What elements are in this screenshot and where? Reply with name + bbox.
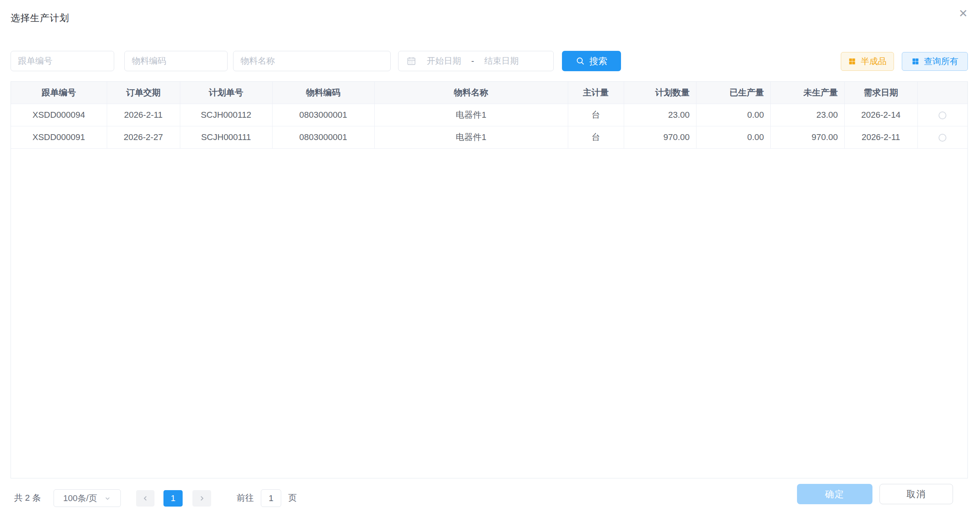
pagination-bar: 共 2 条 100条/页 1 前往 页 [11,489,480,507]
table-cell: 2026-2-11 [107,104,180,126]
table-cell: SCJH000112 [180,104,272,126]
column-header: 物料编码 [272,82,374,104]
goto-label: 前往 [237,489,254,507]
table-cell: 23.00 [770,104,844,126]
column-header: 计划单号 [180,82,272,104]
dialog-title: 选择生产计划 [11,12,69,24]
table-cell: 0.00 [696,126,770,148]
column-header: 需求日期 [844,82,917,104]
goto-page-input[interactable] [261,489,281,507]
chevron-left-icon [142,494,149,502]
filter-bar: 开始日期 - 结束日期 搜索 半成品 [11,51,969,72]
date-range-input[interactable]: 开始日期 - 结束日期 [398,51,554,71]
close-icon: ✕ [958,7,967,20]
table-header-row: 跟单编号订单交期计划单号物料编码物料名称主计量计划数量已生产量未生产量需求日期 [11,82,967,104]
column-header: 物料名称 [374,82,568,104]
search-button[interactable]: 搜索 [562,51,621,71]
table-cell: 970.00 [624,126,696,148]
material-code-input[interactable] [124,51,228,71]
table-cell: XSDD000091 [11,126,107,148]
material-name-input[interactable] [233,51,391,71]
chevron-down-icon [104,495,111,502]
column-header: 未生产量 [770,82,844,104]
total-count: 共 2 条 [14,489,41,507]
table-cell: 23.00 [624,104,696,126]
plan-table: 跟单编号订单交期计划单号物料编码物料名称主计量计划数量已生产量未生产量需求日期X… [11,82,967,149]
column-header: 订单交期 [107,82,180,104]
goto-unit-label: 页 [288,489,297,507]
column-header: 已生产量 [696,82,770,104]
table-cell: 2026-2-11 [844,126,917,148]
row-select-cell [917,126,967,148]
query-all-button[interactable]: 查询所有 [902,52,968,71]
table-cell: XSDD000094 [11,104,107,126]
table-cell: 台 [568,126,624,148]
table-cell: 970.00 [770,126,844,148]
row-select-radio[interactable] [939,111,946,119]
search-button-label: 搜索 [589,55,607,67]
row-select-cell [917,104,967,126]
table-cell: SCJH000111 [180,126,272,148]
table-cell: 电器件1 [374,126,568,148]
close-button[interactable]: ✕ [954,5,972,23]
table-row[interactable]: XSDD0000912026-2-27SCJH0001110803000001电… [11,126,967,148]
column-header: 跟单编号 [11,82,107,104]
table-cell: 0803000001 [272,126,374,148]
page-size-value: 100条/页 [63,492,97,504]
production-plan-table-wrap: 跟单编号订单交期计划单号物料编码物料名称主计量计划数量已生产量未生产量需求日期X… [11,81,968,478]
prev-page-button[interactable] [136,490,154,507]
column-header [917,82,967,104]
chevron-right-icon [198,494,206,502]
table-row[interactable]: XSDD0000942026-2-11SCJH0001120803000001电… [11,104,967,126]
calendar-icon [406,56,416,66]
confirm-button[interactable]: 确定 [797,484,872,504]
table-cell: 台 [568,104,624,126]
table-cell: 2026-2-14 [844,104,917,126]
grid-icon [912,58,919,65]
table-cell: 电器件1 [374,104,568,126]
row-select-radio[interactable] [939,134,946,142]
date-range-separator: - [471,56,474,66]
column-header: 主计量 [568,82,624,104]
search-icon [576,56,585,66]
date-end-placeholder: 结束日期 [484,55,519,67]
next-page-button[interactable] [192,490,211,507]
grid-icon [848,58,856,65]
semi-finished-label: 半成品 [861,56,887,67]
order-no-input[interactable] [11,51,114,71]
cancel-button[interactable]: 取消 [879,484,953,504]
table-cell: 0803000001 [272,104,374,126]
page-size-select[interactable]: 100条/页 [54,489,121,507]
table-cell: 2026-2-27 [107,126,180,148]
date-start-placeholder: 开始日期 [427,55,461,67]
page-number-button[interactable]: 1 [163,490,183,507]
query-all-label: 查询所有 [924,56,958,67]
column-header: 计划数量 [624,82,696,104]
table-cell: 0.00 [696,104,770,126]
semi-finished-button[interactable]: 半成品 [841,52,894,71]
